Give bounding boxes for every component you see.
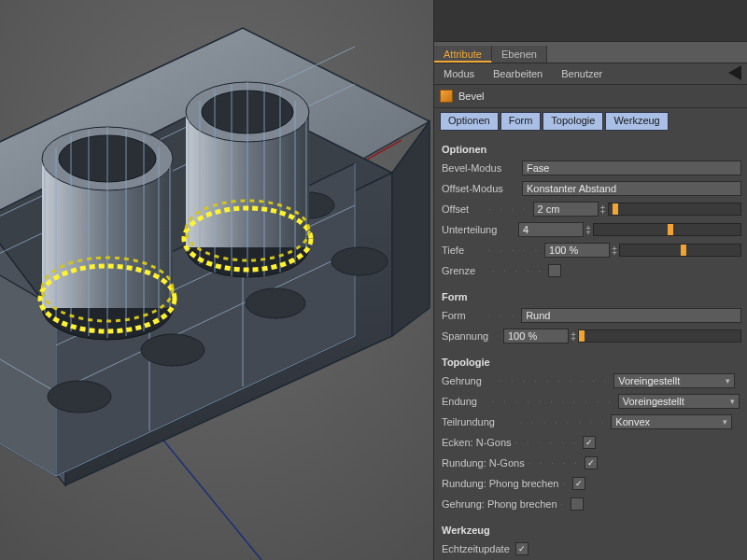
slider-unterteilung[interactable] [593,223,741,236]
label-rundung-phong: Rundung: Phong brechen [442,478,558,489]
label-ecken-ngons: Ecken: N-Gons [442,437,512,448]
checkbox-grenze[interactable] [548,264,561,277]
tab-ebenen[interactable]: Ebenen [492,46,547,63]
checkbox-ecken-ngons[interactable]: ✓ [583,436,596,449]
slider-spannung[interactable] [578,329,741,343]
section-form: Form Form · · · Rund Spannung ‡ [434,284,747,349]
section-title-form: Form [442,291,741,302]
chevron-down-icon: ▾ [726,376,730,385]
attributes-panel: Attribute Ebenen Modus Bearbeiten Benutz… [433,0,747,560]
tab-attribute[interactable]: Attribute [434,46,492,63]
menu-bearbeiten[interactable]: Bearbeiten [484,68,552,79]
combo-offset-modus[interactable]: Konstanter Abstand [522,181,741,196]
subtab-werkzeug[interactable]: Werkzeug [605,112,668,131]
combo-endung-value: Voreingestellt [623,396,684,407]
label-unterteilung: Unterteilung [442,224,518,235]
subtab-optionen[interactable]: Optionen [440,112,499,131]
history-back-icon[interactable] [728,65,741,80]
input-spannung[interactable] [503,329,569,343]
dots: · · · · [488,205,529,214]
checkbox-rundung-phong[interactable]: ✓ [572,477,585,490]
combo-bevel-modus-value: Fase [527,162,549,174]
viewport-3d[interactable] [0,0,434,560]
slider-offset[interactable] [608,203,741,216]
combo-teilrundung[interactable]: Konvex▾ [611,414,732,429]
combo-gehrung-value: Voreingestellt [618,375,680,386]
slider-tiefe[interactable] [619,244,741,257]
label-tiefe: Tiefe [442,245,485,256]
section-title-topologie: Topologie [442,357,741,368]
section-title-werkzeug: Werkzeug [442,525,741,536]
svg-point-26 [331,247,388,275]
subtab-form[interactable]: Form [500,112,542,131]
checkbox-rundung-ngons[interactable]: ✓ [585,456,598,469]
svg-point-23 [48,381,111,413]
breadcrumb: Bevel [434,85,747,108]
label-gehrung: Gehrung [442,375,496,386]
label-endung: Endung [442,396,488,407]
label-offset-modus: Offset-Modus [442,183,522,194]
label-form: Form [442,310,485,321]
combo-bevel-modus[interactable]: Fase [522,161,741,175]
attr-subtabs: Optionen Form Topologie Werkzeug [440,112,747,131]
combo-form[interactable]: Rund [521,308,741,323]
breadcrumb-label: Bevel [458,91,485,102]
bevel-icon [440,90,453,103]
spinner-icon[interactable]: ‡ [599,203,608,215]
combo-offset-modus-value: Konstanter Abstand [527,183,616,194]
section-title-optionen: Optionen [442,144,741,155]
checkbox-gehrung-phong[interactable] [571,497,584,511]
input-tiefe[interactable] [544,243,610,258]
panel-tabs: Attribute Ebenen [434,42,747,63]
section-werkzeug: Werkzeug Echtzeitupdate ✓ Zuweisen Neu t… [434,517,747,560]
chevron-down-icon: ▾ [730,397,735,406]
spinner-icon[interactable]: ‡ [584,224,593,235]
label-rundung-ngons: Rundung: N-Gons [442,457,525,469]
label-teilrundung: Teilrundung [442,416,516,427]
label-echtzeit: Echtzeitupdate [442,543,510,554]
svg-point-24 [141,334,204,366]
panel-top-empty [434,0,747,42]
section-topologie: Topologie Gehrung · · · · · · · · · · Vo… [434,349,747,517]
svg-point-25 [246,288,305,318]
label-gehrung-phong: Gehrung: Phong brechen [442,498,557,510]
combo-teilrundung-value: Konvex [615,416,650,427]
menu-benutzer[interactable]: Benutzer [552,68,612,79]
cylinder-1 [40,127,175,340]
label-offset: Offset [442,203,485,215]
combo-endung[interactable]: Voreingestellt▾ [618,394,740,409]
label-spannung: Spannung [442,330,503,342]
spinner-icon[interactable]: ‡ [610,245,619,256]
combo-form-value: Rund [526,310,550,321]
menu-modus[interactable]: Modus [434,68,484,79]
subtab-topologie[interactable]: Topologie [543,112,603,131]
input-unterteilung[interactable] [518,222,584,237]
panel-menu: Modus Bearbeiten Benutzer [434,63,747,85]
chevron-down-icon: ▾ [723,417,727,427]
label-grenze: Grenze [442,265,488,276]
combo-gehrung[interactable]: Voreingestellt▾ [613,373,735,388]
label-bevel-modus: Bevel-Modus [442,162,522,174]
spinner-icon[interactable]: ‡ [569,330,578,342]
cylinder-2 [184,82,311,277]
input-offset[interactable] [533,202,599,217]
section-optionen: Optionen Bevel-Modus Fase Offset-Modus K… [434,136,747,284]
checkbox-echtzeit[interactable]: ✓ [515,542,529,555]
